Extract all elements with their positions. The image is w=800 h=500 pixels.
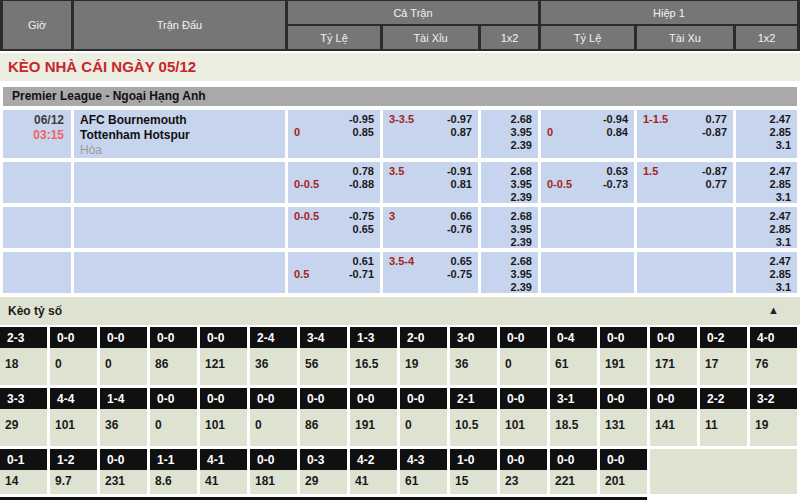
ft-1x2-cell[interactable]: 2.683.952.39 bbox=[481, 252, 538, 293]
score-label: 0-0 bbox=[650, 327, 697, 348]
score-label: 0-0 bbox=[550, 449, 597, 470]
ft-overunder-cell[interactable]: 3.5-40.65-0.75 bbox=[383, 252, 478, 293]
score-cell[interactable]: 0-0231 bbox=[100, 449, 147, 494]
score-odds-value: 201 bbox=[600, 470, 647, 494]
score-cell[interactable]: 0-217 bbox=[700, 327, 747, 385]
score-cell[interactable]: 2-019 bbox=[400, 327, 447, 385]
score-cell[interactable]: 0-086 bbox=[300, 388, 347, 446]
score-odds-value: 15 bbox=[450, 470, 497, 494]
score-cell[interactable]: 0-461 bbox=[550, 327, 597, 385]
score-cell[interactable]: 0-0171 bbox=[650, 327, 697, 385]
score-odds-value: 101 bbox=[50, 409, 97, 446]
h1-overunder-cell[interactable]: 1.5-0.870.77 bbox=[637, 162, 733, 203]
score-label: 0-0 bbox=[500, 449, 547, 470]
score-odds-value: 18 bbox=[0, 348, 47, 385]
score-cell[interactable]: 1-18.6 bbox=[150, 449, 197, 494]
score-odds-value: 181 bbox=[250, 470, 297, 494]
score-cell[interactable]: 3-118.5 bbox=[550, 388, 597, 446]
h1-handicap-cell[interactable]: -0.9400.84 bbox=[541, 110, 634, 158]
h1-handicap-cell[interactable] bbox=[541, 207, 634, 248]
score-section-title: Kèo tỷ số bbox=[8, 304, 62, 318]
odds-value: 0.65 bbox=[353, 223, 374, 236]
h1-1x2-cell[interactable]: 2.472.853.1 bbox=[736, 252, 797, 293]
score-cell[interactable]: 4-241 bbox=[350, 449, 397, 494]
score-cell[interactable]: 0-0221 bbox=[550, 449, 597, 494]
h1-overunder-cell[interactable] bbox=[637, 207, 733, 248]
score-cell[interactable]: 1-29.7 bbox=[50, 449, 97, 494]
away-team[interactable]: Tottenham Hotspur bbox=[80, 128, 279, 143]
odds-value: 0.66 bbox=[451, 210, 472, 223]
score-label: 4-3 bbox=[400, 449, 447, 470]
h1-1x2-cell[interactable]: 2.472.853.1 bbox=[736, 207, 797, 248]
odds-value: 2.68 bbox=[487, 113, 532, 126]
score-cell[interactable]: 3-456 bbox=[300, 327, 347, 385]
score-cell[interactable]: 0-0101 bbox=[500, 388, 547, 446]
h1-handicap-cell[interactable] bbox=[541, 252, 634, 293]
correct-score-grid: 2-3180-000-000-0860-01212-4363-4561-316.… bbox=[0, 327, 800, 494]
score-cell[interactable]: 0-00 bbox=[400, 388, 447, 446]
score-cell[interactable]: 0-00 bbox=[250, 388, 297, 446]
score-label: 0-0 bbox=[600, 327, 647, 348]
score-cell[interactable]: 1-015 bbox=[450, 449, 497, 494]
score-cell[interactable]: 3-036 bbox=[450, 327, 497, 385]
ft-handicap-cell[interactable]: -0.9500.85 bbox=[288, 110, 380, 158]
score-label: 0-0 bbox=[100, 449, 147, 470]
ft-handicap-cell[interactable]: 0.610.5-0.71 bbox=[288, 252, 380, 293]
score-cell[interactable]: 1-436 bbox=[100, 388, 147, 446]
home-team[interactable]: AFC Bournemouth bbox=[80, 113, 279, 128]
score-odds-value: 36 bbox=[100, 409, 147, 446]
match-teams-cell[interactable]: AFC BournemouthTottenham HotspurHòa bbox=[74, 110, 285, 158]
score-cell[interactable]: 2-436 bbox=[250, 327, 297, 385]
h1-1x2-cell[interactable]: 2.472.853.1 bbox=[736, 162, 797, 203]
score-cell[interactable]: 0-00 bbox=[100, 327, 147, 385]
odds-value: 0.77 bbox=[706, 178, 727, 191]
ft-handicap-cell[interactable]: 0.780-0.5-0.88 bbox=[288, 162, 380, 203]
score-cell[interactable]: 0-0191 bbox=[350, 388, 397, 446]
score-cell[interactable]: 0-0101 bbox=[200, 388, 247, 446]
score-cell[interactable]: 2-110.5 bbox=[450, 388, 497, 446]
ft-overunder-cell[interactable]: 3-3.5-0.970.87 bbox=[383, 110, 478, 158]
score-odds-value: 17 bbox=[700, 348, 747, 385]
ft-1x2-cell[interactable]: 2.683.952.39 bbox=[481, 162, 538, 203]
ft-overunder-cell[interactable]: 3.5-0.910.81 bbox=[383, 162, 478, 203]
odds-value: 2.68 bbox=[487, 255, 532, 268]
score-cell[interactable]: 3-329 bbox=[0, 388, 47, 446]
handicap-label: 1-1.5 bbox=[643, 113, 668, 126]
score-cell[interactable]: 0-0131 bbox=[600, 388, 647, 446]
score-cell[interactable]: 0-00 bbox=[500, 327, 547, 385]
score-cell[interactable]: 0-329 bbox=[300, 449, 347, 494]
score-cell[interactable]: 0-00 bbox=[150, 388, 197, 446]
score-cell[interactable]: 4-141 bbox=[200, 449, 247, 494]
score-cell[interactable]: 0-0141 bbox=[650, 388, 697, 446]
odds-value: -0.76 bbox=[447, 223, 472, 236]
score-cell[interactable]: 0-0181 bbox=[250, 449, 297, 494]
ft-1x2-cell[interactable]: 2.683.952.39 bbox=[481, 207, 538, 248]
h1-overunder-cell[interactable] bbox=[637, 252, 733, 293]
league-header[interactable]: Premier League - Ngoại Hạng Anh bbox=[3, 87, 797, 106]
ft-overunder-cell[interactable]: 30.66-0.76 bbox=[383, 207, 478, 248]
score-cell[interactable]: 0-0121 bbox=[200, 327, 247, 385]
ft-handicap-cell[interactable]: 0-0.5-0.750.65 bbox=[288, 207, 380, 248]
h1-handicap-cell[interactable]: 0.630-0.5-0.73 bbox=[541, 162, 634, 203]
score-cell[interactable]: 4-076 bbox=[750, 327, 797, 385]
collapse-arrow-icon[interactable]: ▲ bbox=[768, 304, 779, 316]
score-cell[interactable]: 0-0201 bbox=[600, 449, 647, 494]
score-section-header[interactable]: Kèo tỷ số ▲ bbox=[0, 297, 800, 325]
score-cell[interactable]: 3-219 bbox=[750, 388, 797, 446]
score-label: 3-0 bbox=[450, 327, 497, 348]
score-cell[interactable]: 1-316.5 bbox=[350, 327, 397, 385]
score-cell[interactable]: 0-0191 bbox=[600, 327, 647, 385]
score-cell[interactable]: 4-361 bbox=[400, 449, 447, 494]
score-cell[interactable]: 2-211 bbox=[700, 388, 747, 446]
score-cell[interactable]: 0-023 bbox=[500, 449, 547, 494]
score-cell[interactable]: 0-086 bbox=[150, 327, 197, 385]
odds-value: 3.95 bbox=[487, 178, 532, 191]
odds-value: 2.85 bbox=[742, 178, 791, 191]
score-cell[interactable]: 2-318 bbox=[0, 327, 47, 385]
score-cell[interactable]: 4-4101 bbox=[50, 388, 97, 446]
score-cell[interactable]: 0-00 bbox=[50, 327, 97, 385]
ft-1x2-cell[interactable]: 2.683.952.39 bbox=[481, 110, 538, 158]
h1-overunder-cell[interactable]: 1-1.50.77-0.87 bbox=[637, 110, 733, 158]
h1-1x2-cell[interactable]: 2.472.853.1 bbox=[736, 110, 797, 158]
score-cell[interactable]: 0-114 bbox=[0, 449, 47, 494]
